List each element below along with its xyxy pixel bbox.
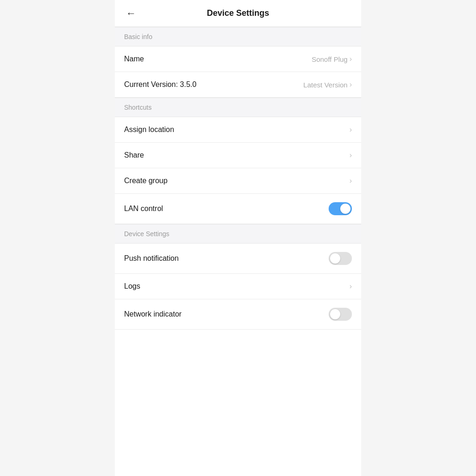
- shortcuts-section-header: Shortcuts: [115, 98, 361, 117]
- share-chevron-icon: ›: [350, 151, 352, 159]
- lan-control-row[interactable]: LAN control: [115, 194, 361, 224]
- logs-right: ›: [350, 282, 352, 291]
- back-button[interactable]: ←: [124, 6, 138, 21]
- assign-location-right: ›: [350, 126, 352, 134]
- push-notification-row[interactable]: Push notification: [115, 244, 361, 274]
- share-right: ›: [350, 151, 352, 159]
- device-settings-section-header: Device Settings: [115, 224, 361, 244]
- lan-control-toggle[interactable]: [329, 202, 352, 215]
- logs-chevron-icon: ›: [350, 282, 352, 291]
- network-indicator-toggle[interactable]: [329, 308, 352, 321]
- network-indicator-row[interactable]: Network indicator: [115, 299, 361, 330]
- page-title: Device Settings: [207, 8, 269, 18]
- basic-info-section-header: Basic info: [115, 27, 361, 46]
- create-group-chevron-icon: ›: [350, 177, 352, 185]
- push-notification-label: Push notification: [124, 254, 178, 263]
- name-chevron-icon: ›: [350, 55, 352, 63]
- name-label: Name: [124, 55, 144, 63]
- name-value: Sonoff Plug: [311, 55, 347, 63]
- assign-location-row[interactable]: Assign location ›: [115, 117, 361, 143]
- create-group-row[interactable]: Create group ›: [115, 168, 361, 194]
- network-indicator-label: Network indicator: [124, 310, 182, 318]
- share-label: Share: [124, 151, 144, 159]
- push-notification-toggle[interactable]: [329, 252, 352, 265]
- logs-row[interactable]: Logs ›: [115, 274, 361, 299]
- share-row[interactable]: Share ›: [115, 143, 361, 168]
- assign-location-chevron-icon: ›: [350, 126, 352, 134]
- current-version-label: Current Version: 3.5.0: [124, 80, 197, 89]
- lan-control-toggle-knob: [340, 204, 350, 214]
- latest-version-group[interactable]: Latest Version ›: [304, 80, 352, 89]
- assign-location-label: Assign location: [124, 126, 174, 134]
- latest-version-chevron-icon: ›: [350, 80, 352, 89]
- name-row[interactable]: Name Sonoff Plug ›: [115, 46, 361, 72]
- create-group-label: Create group: [124, 177, 167, 185]
- network-indicator-toggle-knob: [330, 309, 340, 319]
- header: ← Device Settings: [115, 0, 361, 27]
- current-version-row[interactable]: Current Version: 3.5.0 Latest Version ›: [115, 72, 361, 98]
- logs-label: Logs: [124, 282, 140, 291]
- latest-version-value: Latest Version: [304, 81, 348, 89]
- lan-control-label: LAN control: [124, 205, 163, 213]
- push-notification-toggle-knob: [330, 253, 340, 264]
- create-group-right: ›: [350, 177, 352, 185]
- name-value-group: Sonoff Plug ›: [311, 55, 352, 63]
